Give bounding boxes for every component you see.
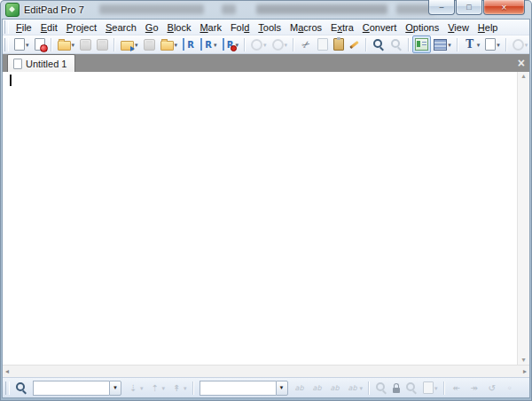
prev-editor-button[interactable]: ▾ xyxy=(510,35,531,53)
menu-view[interactable]: View xyxy=(443,21,473,34)
search-options-button[interactable] xyxy=(372,380,390,397)
menu-edit[interactable]: Edit xyxy=(36,21,62,34)
text-cursor-button[interactable]: T▾ xyxy=(461,35,483,53)
highlight-pencil-button[interactable] xyxy=(347,35,363,53)
page-icon xyxy=(14,38,25,51)
separator xyxy=(192,381,194,395)
menu-fold[interactable]: Fold xyxy=(226,21,254,34)
replace-term-combo: ▼ xyxy=(200,381,288,396)
nav-blue-icon: R xyxy=(200,38,213,51)
menubar-grip[interactable] xyxy=(4,20,9,34)
replace-all-button[interactable]: ab xyxy=(309,380,326,397)
replace-previous-button[interactable]: ab xyxy=(326,380,344,397)
next-position-button[interactable]: R▾ xyxy=(198,35,220,53)
titlebar[interactable]: EditPad Pro 7 –□× xyxy=(0,0,532,20)
dropdown-arrow-icon: ▾ xyxy=(135,42,138,48)
clear-search-button[interactable]: ◦ xyxy=(501,380,519,397)
app-window: EditPad Pro 7 –□× FileEditProjectSearchG… xyxy=(0,0,532,401)
undo-button[interactable]: ▾ xyxy=(248,35,270,53)
refresh-search-button[interactable]: ↺ xyxy=(483,380,501,397)
close-file-button[interactable] xyxy=(32,35,48,53)
separator xyxy=(457,38,458,51)
lock-search-terms-button[interactable] xyxy=(390,380,403,397)
prev-position-button[interactable]: R xyxy=(180,35,198,53)
replace-term-combo-input[interactable] xyxy=(200,381,276,396)
main-toolbar: ▾▾▾▾RR▾R▾▾▾✂▾T▾▾▾▾▾ xyxy=(3,35,529,54)
separator xyxy=(368,381,370,395)
menu-project[interactable]: Project xyxy=(62,21,101,34)
search-folders-button[interactable]: ▾ xyxy=(420,380,441,397)
dropdown-arrow-icon: ▾ xyxy=(140,385,144,391)
redo-button[interactable]: ▾ xyxy=(270,35,291,53)
document-icon xyxy=(13,59,22,69)
scroll-down-icon[interactable]: ▾ xyxy=(521,356,525,365)
save-all-button[interactable] xyxy=(94,35,111,53)
previous-match-button[interactable]: ↞ xyxy=(448,380,466,397)
search-panel-toggle[interactable] xyxy=(412,35,431,53)
aa-icon: ab xyxy=(329,381,341,394)
replace-next-button[interactable]: ab xyxy=(291,380,309,397)
incremental-search-button[interactable] xyxy=(12,380,30,397)
separator xyxy=(408,38,410,51)
bookmark-button[interactable]: R▾ xyxy=(220,35,242,53)
find-next-button[interactable]: ⇣▾ xyxy=(124,380,146,397)
search-term-combo-dropdown-button[interactable]: ▼ xyxy=(109,381,121,396)
search-term-combo-input[interactable] xyxy=(33,381,109,396)
maximize-button[interactable]: □ xyxy=(456,0,482,15)
grid-blue-icon xyxy=(434,39,447,51)
cut-button[interactable]: ✂ xyxy=(297,35,315,53)
arr-icon: ◦ xyxy=(504,381,516,394)
separator xyxy=(51,38,52,51)
menu-options[interactable]: Options xyxy=(401,21,443,34)
menu-tools[interactable]: Tools xyxy=(254,21,286,34)
menu-file[interactable]: File xyxy=(12,21,36,34)
next-match-button[interactable]: ↠ xyxy=(466,380,483,397)
menu-convert[interactable]: Convert xyxy=(358,21,402,34)
scroll-up-icon[interactable]: ▴ xyxy=(521,72,525,81)
recent-files-button[interactable]: ▾ xyxy=(158,35,181,53)
scroll-left-icon[interactable]: ◂ xyxy=(5,367,9,375)
menu-mark[interactable]: Mark xyxy=(195,21,225,34)
find-previous-button[interactable]: ⇡▾ xyxy=(146,380,168,397)
separator xyxy=(244,38,246,51)
editor-area[interactable] xyxy=(3,72,517,365)
search-button[interactable] xyxy=(370,35,387,53)
scroll-right-icon[interactable]: ▸ xyxy=(523,367,527,375)
menu-search[interactable]: Search xyxy=(101,21,141,34)
menu-go[interactable]: Go xyxy=(141,21,163,34)
menu-macros[interactable]: Macros xyxy=(286,21,326,34)
replace-options-button[interactable]: ab▾ xyxy=(344,380,366,397)
horizontal-scrollbar[interactable]: ◂ ▸ xyxy=(3,365,529,377)
arr-icon: ↞ xyxy=(450,381,463,394)
mag-icon xyxy=(372,38,385,51)
highlight-matches-button[interactable] xyxy=(403,380,420,397)
dropdown-arrow-icon: ▾ xyxy=(525,42,528,48)
open-project-button[interactable]: ▾ xyxy=(118,35,141,53)
new-view-button[interactable]: ▾ xyxy=(482,35,503,53)
toolbar-grip[interactable] xyxy=(5,381,10,395)
menu-help[interactable]: Help xyxy=(473,21,503,34)
tab-label: Untitled 1 xyxy=(26,59,66,69)
replace-term-combo-dropdown-button[interactable]: ▼ xyxy=(276,381,288,396)
save-project-button[interactable] xyxy=(141,35,158,53)
layout-button[interactable]: ▾ xyxy=(431,35,454,53)
menu-block[interactable]: Block xyxy=(163,21,196,34)
save-button[interactable] xyxy=(77,35,94,53)
aa-icon: ab xyxy=(311,381,324,394)
close-tab-icon[interactable]: × xyxy=(518,55,525,71)
open-file-button[interactable]: ▾ xyxy=(55,35,78,53)
window-title: EditPad Pro 7 xyxy=(24,4,84,15)
toolbar-grip[interactable] xyxy=(4,38,9,51)
find-first-button[interactable]: ↟▾ xyxy=(168,380,190,397)
search-again-button[interactable] xyxy=(387,35,405,53)
arr-icon: ↠ xyxy=(468,381,481,394)
close-button[interactable]: × xyxy=(483,0,525,15)
paste-button[interactable] xyxy=(331,35,347,53)
new-file-button[interactable]: ▾ xyxy=(12,35,32,53)
scissors-icon: ✂ xyxy=(297,35,314,52)
copy-button[interactable] xyxy=(315,35,331,53)
menu-extra[interactable]: Extra xyxy=(326,21,358,34)
minimize-button[interactable]: – xyxy=(428,0,455,15)
tab-untitled-1[interactable]: Untitled 1 xyxy=(7,54,75,72)
vertical-scrollbar[interactable]: ▴ ▾ xyxy=(517,72,529,365)
